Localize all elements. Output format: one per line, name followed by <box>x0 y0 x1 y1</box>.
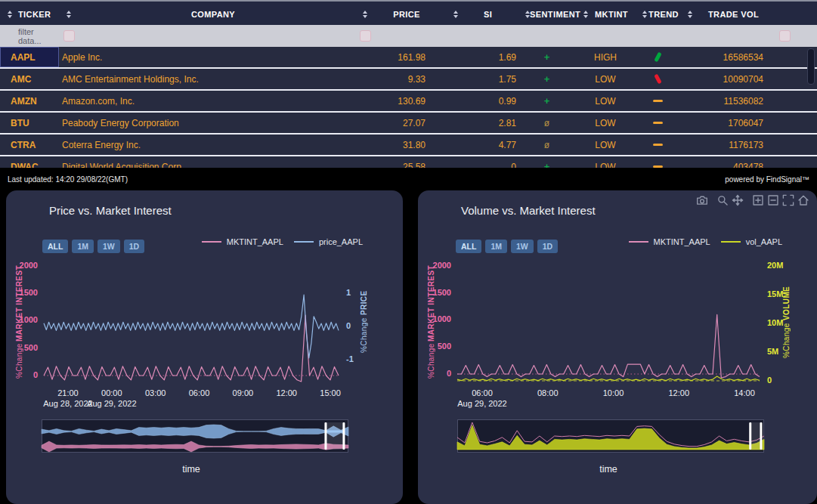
cell-trade-vol[interactable]: 1706047 <box>680 113 775 133</box>
legend-item-price_AAPL[interactable]: price_AAPL <box>294 237 363 246</box>
filter-input[interactable]: filter data... <box>0 27 59 45</box>
cell-company[interactable]: AMC Entertainment Holdings, Inc. <box>59 69 355 89</box>
range-slider-handle[interactable] <box>760 422 762 450</box>
cell-sentiment[interactable]: + <box>518 47 576 67</box>
zoom-icon[interactable] <box>716 194 729 206</box>
filter-cell-company[interactable] <box>59 30 355 42</box>
column-header-mktint[interactable]: MKTINT <box>576 2 635 26</box>
cell-ticker[interactable]: BTU <box>0 113 59 133</box>
cell-trend[interactable] <box>635 135 680 155</box>
home-icon[interactable] <box>797 194 809 206</box>
range-button-1d[interactable]: 1D <box>537 240 558 253</box>
cell-trend[interactable] <box>635 69 680 89</box>
table-row-CTRA[interactable]: CTRACoterra Energy Inc.31.804.77øLOW1176… <box>0 135 817 156</box>
plot-area[interactable] <box>457 261 760 383</box>
legend-item-vol_AAPL[interactable]: vol_AAPL <box>721 237 782 246</box>
slider-selection-region[interactable] <box>326 422 344 450</box>
cell-trend[interactable] <box>635 113 680 133</box>
cell-mktint[interactable]: HIGH <box>576 47 635 67</box>
slider-selection-region[interactable] <box>750 422 761 450</box>
cell-sentiment[interactable]: + <box>518 91 576 111</box>
zoom-in-icon[interactable] <box>752 194 764 206</box>
zoom-out-icon[interactable] <box>767 194 779 206</box>
cell-sentiment[interactable]: + <box>518 69 576 89</box>
autoscale-icon[interactable] <box>782 194 794 206</box>
sort-up-arrow <box>8 11 12 14</box>
range-slider-handle[interactable] <box>324 422 326 450</box>
range-button-1w[interactable]: 1W <box>511 240 534 253</box>
range-slider[interactable] <box>42 419 348 453</box>
range-button-1m[interactable]: 1M <box>72 240 94 253</box>
column-header-company[interactable]: COMPANY <box>59 2 355 26</box>
range-slider-handle[interactable] <box>749 422 751 450</box>
cell-trend[interactable] <box>635 91 680 111</box>
cell-company[interactable]: Coterra Energy Inc. <box>59 135 355 155</box>
range-button-1d[interactable]: 1D <box>124 240 144 253</box>
cell-si[interactable]: 2.81 <box>446 113 518 133</box>
cell-si[interactable]: 0.99 <box>446 91 518 111</box>
cell-mktint[interactable]: LOW <box>576 113 635 133</box>
table-row-DWAC[interactable]: DWACDigital World Acquisition Corp25.580… <box>0 156 817 168</box>
sort-icon[interactable] <box>8 11 12 18</box>
table-scrollbar[interactable] <box>807 48 815 85</box>
table-row-AAPL[interactable]: AAPLApple Inc.161.981.69+HIGH16586534 <box>0 47 817 69</box>
range-button-1w[interactable]: 1W <box>97 240 120 253</box>
cell-si[interactable]: 0 <box>446 156 518 168</box>
range-button-all[interactable]: ALL <box>456 240 481 253</box>
cell-mktint[interactable]: LOW <box>576 156 635 168</box>
cell-price[interactable]: 161.98 <box>355 47 446 67</box>
cell-sentiment[interactable]: ø <box>518 135 576 155</box>
cell-ticker[interactable]: AMC <box>0 69 59 89</box>
legend-item-MKTINT_AAPL[interactable]: MKTINT_AAPL <box>202 237 283 246</box>
cell-mktint[interactable]: LOW <box>576 69 635 89</box>
cell-price[interactable]: 31.80 <box>355 135 446 155</box>
column-header-price[interactable]: PRICE <box>355 2 446 26</box>
range-slider-handle[interactable] <box>342 422 345 450</box>
table-row-AMZN[interactable]: AMZNAmazon.com, Inc.130.690.99+LOW115360… <box>0 91 817 113</box>
cell-price[interactable]: 9.33 <box>355 69 446 89</box>
column-header-trend[interactable]: TREND <box>635 2 680 26</box>
range-button-1m[interactable]: 1M <box>485 240 507 253</box>
cell-trade-vol[interactable]: 1176173 <box>680 135 775 155</box>
column-header-si[interactable]: SI <box>446 2 518 26</box>
cell-price[interactable]: 27.07 <box>355 113 446 133</box>
cell-si[interactable]: 1.75 <box>446 69 518 89</box>
cell-mktint[interactable]: LOW <box>576 91 635 111</box>
cell-trade-vol[interactable]: 11536082 <box>680 91 775 111</box>
cell-ticker[interactable]: CTRA <box>0 135 59 155</box>
pan-icon[interactable] <box>732 194 744 206</box>
cell-si[interactable]: 4.77 <box>446 135 518 155</box>
cell-price[interactable]: 130.69 <box>355 91 446 111</box>
table-filter-row: filter data... <box>0 25 817 47</box>
column-header-sentiment[interactable]: SENTIMENT <box>518 2 576 26</box>
legend-item-MKTINT_AAPL[interactable]: MKTINT_AAPL <box>629 237 710 246</box>
cell-trade-vol[interactable]: 10090704 <box>680 69 775 89</box>
cell-company[interactable]: Amazon.com, Inc. <box>59 91 355 111</box>
cell-company[interactable]: Digital World Acquisition Corp <box>59 156 355 168</box>
cell-company[interactable]: Peabody Energy Corporation <box>59 113 355 133</box>
cell-trade-vol[interactable]: 16586534 <box>680 47 775 67</box>
cell-sentiment[interactable]: ø <box>518 113 576 133</box>
filter-cell-price[interactable] <box>355 30 446 42</box>
cell-company[interactable]: Apple Inc. <box>59 47 355 67</box>
plot-area[interactable] <box>44 261 339 383</box>
range-slider[interactable] <box>457 419 764 453</box>
range-button-all[interactable]: ALL <box>42 240 68 253</box>
cell-ticker[interactable]: AAPL <box>0 47 59 67</box>
cell-sentiment[interactable]: + <box>518 156 576 168</box>
column-header-trade_vol[interactable]: TRADE VOL <box>680 2 775 26</box>
column-header-ticker[interactable]: TICKER <box>0 2 59 26</box>
cell-trend[interactable] <box>635 47 680 67</box>
cell-price[interactable]: 25.58 <box>355 156 446 168</box>
legend-label: price_AAPL <box>319 237 363 246</box>
table-row-AMC[interactable]: AMCAMC Entertainment Holdings, Inc.9.331… <box>0 69 817 91</box>
cell-trend[interactable] <box>635 156 680 168</box>
x-axis-tick: 14:00 <box>734 388 755 397</box>
cell-mktint[interactable]: LOW <box>576 135 635 155</box>
cell-trade-vol[interactable]: 403478 <box>680 156 775 168</box>
cell-ticker[interactable]: AMZN <box>0 91 59 111</box>
cell-si[interactable]: 1.69 <box>446 47 518 67</box>
table-row-BTU[interactable]: BTUPeabody Energy Corporation27.072.81øL… <box>0 113 817 135</box>
cell-ticker[interactable]: DWAC <box>0 156 59 168</box>
camera-icon[interactable] <box>696 194 708 206</box>
